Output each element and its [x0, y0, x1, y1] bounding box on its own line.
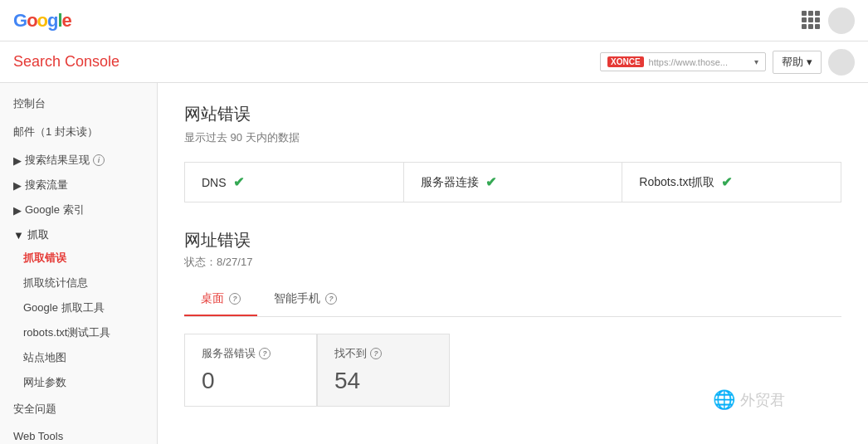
site-errors-title: 网站错误 — [184, 103, 841, 125]
content-area: 网站错误 显示过去 90 天内的数据 DNS ✔ 服务器连接 ✔ Robots.… — [158, 83, 868, 444]
server-connection-check-icon: ✔ — [485, 174, 496, 190]
top-bar: Google — [0, 0, 868, 41]
not-found-label: 找不到 ? — [334, 346, 432, 361]
watermark: 🌐 外贸君 — [713, 389, 785, 411]
info-icon: i — [93, 154, 105, 166]
avatar[interactable] — [828, 7, 855, 34]
tab-desktop[interactable]: 桌面 ? — [184, 283, 257, 316]
not-found-info-icon: ? — [370, 348, 382, 359]
dns-card: DNS ✔ — [185, 163, 404, 202]
sidebar-item-google-index[interactable]: ▶ Google 索引 — [0, 196, 157, 221]
arrow-right-icon: ▶ — [13, 179, 22, 192]
sidebar-item-sitemap[interactable]: 站点地图 — [0, 345, 157, 370]
help-dropdown-arrow-icon: ▾ — [807, 56, 812, 68]
sc-title: Search Console — [13, 53, 119, 71]
arrow-right-icon: ▶ — [13, 154, 22, 167]
not-found-value: 54 — [334, 368, 432, 394]
sidebar-item-search-traffic[interactable]: ▶ 搜索流量 — [0, 171, 157, 196]
arrow-down-icon: ▼ — [13, 229, 24, 242]
sidebar-item-crawl-stats[interactable]: 抓取统计信息 — [0, 271, 157, 295]
robots-check-icon: ✔ — [721, 174, 732, 190]
help-button[interactable]: 帮助 ▾ — [773, 51, 822, 74]
url-text: https://www.those... — [649, 57, 751, 67]
sidebar-item-mail[interactable]: 邮件（1 封未读） — [0, 118, 157, 146]
user-avatar[interactable] — [828, 49, 855, 76]
server-connection-card: 服务器连接 ✔ — [404, 163, 623, 202]
dropdown-arrow-icon: ▾ — [754, 57, 758, 66]
desktop-tab-info-icon: ? — [229, 293, 241, 305]
sidebar-item-google-fetch[interactable]: Google 抓取工具 — [0, 295, 157, 320]
not-found-metric: 找不到 ? 54 — [317, 334, 450, 407]
main-layout: 控制台 邮件（1 封未读） ▶ 搜索结果呈现 i ▶ 搜索流量 ▶ Google… — [0, 83, 868, 444]
google-logo: Google — [13, 10, 71, 32]
sidebar-item-search-appearance[interactable]: ▶ 搜索结果呈现 i — [0, 146, 157, 171]
server-error-value: 0 — [202, 368, 300, 394]
site-errors-cards: DNS ✔ 服务器连接 ✔ Robots.txt抓取 ✔ — [184, 162, 841, 202]
sidebar: 控制台 邮件（1 封未读） ▶ 搜索结果呈现 i ▶ 搜索流量 ▶ Google… — [0, 83, 158, 444]
sidebar-item-dashboard[interactable]: 控制台 — [0, 90, 157, 118]
dns-label: DNS — [202, 176, 227, 189]
watermark-icon: 🌐 — [713, 389, 735, 411]
server-error-info-icon: ? — [259, 348, 271, 359]
sidebar-item-crawl-errors[interactable]: 抓取错误 — [0, 246, 157, 271]
dns-check-icon: ✔ — [233, 174, 244, 190]
server-connection-label: 服务器连接 — [421, 175, 479, 190]
tab-mobile[interactable]: 智能手机 ? — [257, 283, 354, 316]
mobile-tab-info-icon: ? — [325, 293, 337, 305]
server-error-metric: 服务器错误 ? 0 — [184, 334, 317, 407]
sidebar-item-robots-test[interactable]: robots.txt测试工具 — [0, 320, 157, 345]
server-error-label: 服务器错误 ? — [202, 346, 300, 361]
robots-label: Robots.txt抓取 — [639, 175, 714, 190]
sidebar-item-security[interactable]: 安全问题 — [0, 395, 157, 423]
url-errors-status: 状态：8/27/17 — [184, 255, 841, 270]
apps-grid-icon[interactable] — [802, 11, 822, 31]
sidebar-item-web-tools[interactable]: Web Tools — [0, 423, 157, 444]
sidebar-item-crawl[interactable]: ▼ 抓取 — [0, 221, 157, 246]
site-errors-subtitle: 显示过去 90 天内的数据 — [184, 130, 841, 145]
url-tag: XONCE — [607, 56, 644, 67]
url-errors-title: 网址错误 — [184, 229, 841, 251]
arrow-right-icon: ▶ — [13, 204, 22, 217]
sidebar-item-url-params[interactable]: 网址参数 — [0, 370, 157, 395]
device-tabs: 桌面 ? 智能手机 ? — [184, 283, 841, 317]
sc-bar-right: XONCE https://www.those... ▾ 帮助 ▾ — [600, 49, 855, 76]
top-right-actions — [802, 7, 855, 34]
url-dropdown[interactable]: XONCE https://www.those... ▾ — [600, 52, 766, 71]
sc-bar: Search Console XONCE https://www.those..… — [0, 41, 868, 83]
robots-card: Robots.txt抓取 ✔ — [622, 163, 841, 202]
